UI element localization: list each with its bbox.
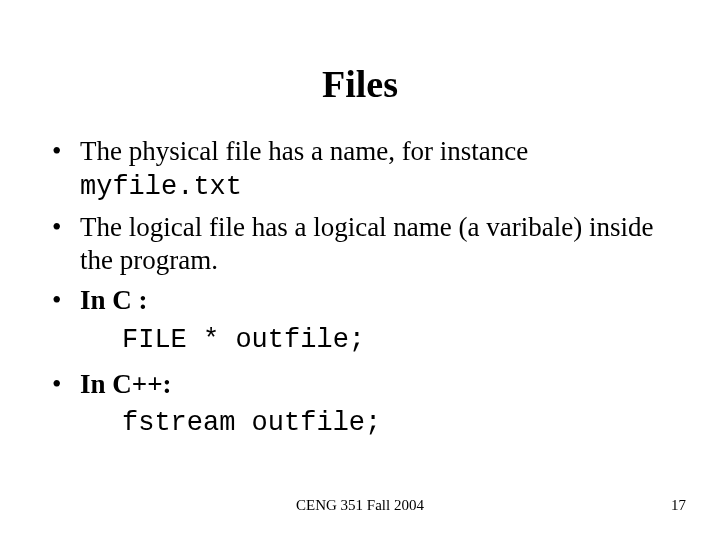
bullet-text: The physical file has a name, for instan… — [80, 136, 528, 166]
bullet-text: In C : — [80, 285, 148, 315]
code-c: FILE * outfile; — [52, 324, 668, 358]
bullet-list: The physical file has a name, for instan… — [52, 135, 668, 318]
bullet-physical-file: The physical file has a name, for instan… — [52, 135, 668, 205]
footer-center: CENG 351 Fall 2004 — [0, 497, 720, 514]
code-cpp: fstream outfile; — [52, 407, 668, 441]
slide-body: The physical file has a name, for instan… — [52, 135, 668, 451]
bullet-text: In C++: — [80, 369, 172, 399]
bullet-text: The logical file has a logical name (a v… — [80, 212, 654, 276]
bullet-in-c: In C : — [52, 284, 668, 318]
bullet-in-cpp: In C++: — [52, 368, 668, 402]
slide: Files The physical file has a name, for … — [0, 0, 720, 540]
slide-title: Files — [0, 62, 720, 106]
bullet-list-2: In C++: — [52, 368, 668, 402]
page-number: 17 — [671, 497, 686, 514]
filename-code: myfile.txt — [80, 172, 242, 202]
bullet-logical-file: The logical file has a logical name (a v… — [52, 211, 668, 279]
